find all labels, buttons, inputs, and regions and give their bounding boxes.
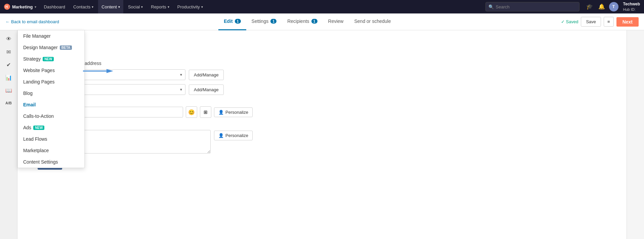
preview-personalize-icon: 👤 xyxy=(218,133,224,138)
menu-marketplace[interactable]: Marketplace xyxy=(18,145,84,156)
productivity-chevron: ▾ xyxy=(201,5,203,9)
back-link[interactable]: ← Back to email dashboard xyxy=(5,19,59,24)
contacts-chevron: ▾ xyxy=(92,5,93,9)
brand-chevron: ▾ xyxy=(35,5,36,9)
personalize-icon: 👤 xyxy=(218,110,224,115)
toolbar-tabs: Edit 1 Settings 1 Recipients 1 Review Se… xyxy=(218,13,396,30)
check-icon: ✔ xyxy=(6,62,11,68)
menu-email[interactable]: Email xyxy=(18,99,84,110)
nav-icons: 🎓 🔔 T Techweb Hub ID: xyxy=(585,2,640,12)
nav-content[interactable]: Content ▾ xyxy=(98,0,123,13)
left-sidebar: 👁 ✉ ✔ 📊 📖 A/B xyxy=(0,30,17,239)
tab-settings[interactable]: Settings 1 xyxy=(246,13,282,30)
right-panel xyxy=(627,30,644,239)
main-layout: 👁 ✉ ✔ 📊 📖 A/B File Manager Design Manage… xyxy=(0,30,644,239)
email-details-title: Email details xyxy=(38,44,606,53)
menu-website-pages[interactable]: Website Pages xyxy=(18,65,84,76)
menu-blog[interactable]: Blog xyxy=(18,88,84,99)
toolbar-right: ✓ Saved Save ≡ Next xyxy=(561,17,639,27)
from-name-row: Fredrik Lund ▾ Add/Manage xyxy=(38,69,606,80)
notifications-icon[interactable]: 🔔 xyxy=(597,2,606,11)
sidebar-btn-ab[interactable]: A/B xyxy=(3,97,15,109)
emoji-button[interactable]: 😊 xyxy=(186,106,197,118)
social-chevron: ▾ xyxy=(141,5,143,9)
search-input[interactable] xyxy=(496,4,576,9)
back-arrow-icon: ← xyxy=(5,19,10,24)
emoji-icon: 😊 xyxy=(188,109,195,115)
subject-label-row: Subject line ℹ xyxy=(38,99,606,104)
menu-ads[interactable]: Ads NEW xyxy=(18,122,84,133)
recipients-badge: 1 xyxy=(311,19,317,24)
brand-logo[interactable]: H Marketing ▾ xyxy=(4,4,36,10)
from-name-add-manage-button[interactable]: Add/Manage xyxy=(189,70,224,80)
email-icon: ✉ xyxy=(6,49,11,55)
tab-edit[interactable]: Edit 1 xyxy=(218,13,246,30)
menu-content-settings[interactable]: Content Settings xyxy=(18,156,84,168)
search-icon: 🔍 xyxy=(488,4,494,9)
content-chevron: ▾ xyxy=(118,5,120,9)
menu-lead-flows[interactable]: Lead Flows xyxy=(18,133,84,145)
brand-label: Marketing xyxy=(12,4,33,9)
arrow-indicator xyxy=(83,67,113,76)
sidebar-btn-email[interactable]: ✉ xyxy=(3,46,15,58)
beta-badge: BETA xyxy=(60,45,72,50)
menu-button[interactable]: ≡ xyxy=(604,17,614,27)
settings-badge: 1 xyxy=(270,19,276,24)
menu-design-manager[interactable]: Design Manager BETA xyxy=(18,42,84,53)
menu-strategy[interactable]: Strategy NEW xyxy=(18,53,84,65)
search-bar: 🔍 xyxy=(485,2,579,11)
nav-reports[interactable]: Reports ▾ xyxy=(147,0,173,13)
tab-recipients[interactable]: Recipients 1 xyxy=(282,13,323,30)
edit-badge: 1 xyxy=(235,19,241,24)
academy-icon[interactable]: 🎓 xyxy=(585,2,594,11)
nav-productivity[interactable]: Productivity ▾ xyxy=(174,0,206,13)
tab-review[interactable]: Review xyxy=(323,13,349,30)
book-icon: 📖 xyxy=(5,87,12,94)
from-email-add-manage-button[interactable]: Add/Manage xyxy=(189,84,224,95)
menu-file-manager[interactable]: File Manager xyxy=(18,30,84,42)
preview-personalize-button[interactable]: 👤 Personalize xyxy=(214,131,253,140)
avatar[interactable]: T xyxy=(609,2,618,11)
token-button[interactable]: ⊞ xyxy=(200,106,211,118)
content-dropdown-menu: File Manager Design Manager BETA Strateg… xyxy=(17,30,85,168)
menu-landing-pages[interactable]: Landing Pages xyxy=(18,76,84,88)
reports-chevron: ▾ xyxy=(168,5,169,9)
tab-send-or-schedule[interactable]: Send or schedule xyxy=(349,13,396,30)
sidebar-btn-book[interactable]: 📖 xyxy=(3,84,15,96)
nav-dashboard[interactable]: Dashboard xyxy=(40,0,69,13)
nav-social[interactable]: Social ▾ xyxy=(125,0,146,13)
checkmark-icon: ✓ xyxy=(561,19,565,24)
eye-icon: 👁 xyxy=(6,36,11,42)
tenant-info: Techweb Hub ID: xyxy=(623,2,640,12)
sidebar-btn-eye[interactable]: 👁 xyxy=(3,33,15,45)
toolbar: ← Back to email dashboard Edit 1 Setting… xyxy=(0,13,644,30)
hamburger-icon: ≡ xyxy=(607,19,610,24)
new-badge-strategy: NEW xyxy=(43,57,54,61)
chart-icon: 📊 xyxy=(5,74,12,81)
main-content: Email details From name and email addres… xyxy=(17,30,627,239)
new-badge-ads: NEW xyxy=(33,126,44,130)
token-icon: ⊞ xyxy=(204,109,208,115)
sidebar-btn-check[interactable]: ✔ xyxy=(3,59,15,71)
svg-text:H: H xyxy=(5,5,8,9)
from-label: From name and email address xyxy=(38,61,606,66)
save-button[interactable]: Save xyxy=(581,17,601,27)
saved-label: ✓ Saved xyxy=(561,19,578,24)
from-email-row: fredrik@techweb.no ▾ Add/Manage xyxy=(38,84,606,95)
preview-label-row: Preview text ℹ xyxy=(38,123,606,128)
next-button[interactable]: Next xyxy=(616,17,639,27)
ab-icon: A/B xyxy=(5,101,12,105)
subject-personalize-button[interactable]: 👤 Personalize xyxy=(214,107,253,117)
nav-contacts[interactable]: Contacts ▾ xyxy=(70,0,97,13)
menu-calls-to-action[interactable]: Calls-to-Action xyxy=(18,110,84,122)
sidebar-btn-chart[interactable]: 📊 xyxy=(3,71,15,83)
svg-marker-3 xyxy=(106,69,113,73)
top-nav: H Marketing ▾ Dashboard Contacts ▾ Conte… xyxy=(0,0,644,13)
